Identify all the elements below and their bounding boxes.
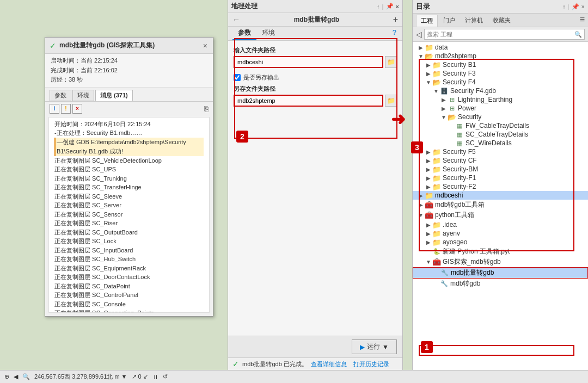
nav-left-icon[interactable]: ◀ xyxy=(14,373,18,380)
log-copy-layer-1: 正在复制图层 SC_VehicleDetectionLoop xyxy=(54,156,204,165)
log-copy-layer-5: 正在复制图层 SC_Sleeve xyxy=(54,192,204,201)
tab-favorites[interactable]: 收藏夹 xyxy=(488,15,515,27)
tree-item-gis-toolbox[interactable]: ▼ 🧰 GIS探索_mdb转gdb xyxy=(413,257,588,267)
panel-pin-icon[interactable]: 📌 xyxy=(386,3,394,10)
tree-item-security-f3[interactable]: ▶ 📁 Security F3 xyxy=(413,69,588,78)
add-icon[interactable]: + xyxy=(393,15,398,24)
tree-toggle-sbm[interactable]: ▶ xyxy=(425,166,432,172)
search-input[interactable] xyxy=(425,31,572,38)
log-copy-layer-3: 正在复制图层 SC_Trunking xyxy=(54,174,204,183)
dialog-log[interactable]: 开始时间：2024年6月10日 22:15:24 -正在处理：Security … xyxy=(48,117,210,313)
map-scale-icon[interactable]: ⊕ xyxy=(4,373,9,380)
tree-item-security-f4-gdb[interactable]: ▼ 🗄️ Security F4.gdb xyxy=(413,87,588,95)
tab-params[interactable]: 参数 xyxy=(232,27,256,40)
refresh-button[interactable]: ↺ xyxy=(163,373,168,380)
tab-messages[interactable]: 消息 (371) xyxy=(95,90,133,101)
input-folder-browse-button[interactable]: 📁 xyxy=(385,56,397,68)
tree-item-security-sub[interactable]: ▼ 📂 Security xyxy=(413,113,588,121)
tree-item-mdbceshi[interactable]: ▶ 📁 mdbceshi xyxy=(413,191,588,200)
tree-toggle-sf1[interactable]: ▶ xyxy=(425,175,432,181)
catalog-menu-icon[interactable]: ≡ xyxy=(580,15,585,27)
history-link[interactable]: 打开历史记录 xyxy=(353,360,389,368)
tree-item-idea[interactable]: ▶ 📁 .idea xyxy=(413,220,588,229)
tree-toggle-power[interactable]: ▶ xyxy=(440,106,448,112)
tab-env[interactable]: 环境 xyxy=(256,27,280,40)
panel-tabs: 参数 环境 ? xyxy=(228,27,402,41)
search-icon[interactable]: 🔍 xyxy=(572,31,584,38)
tree-toggle-ayosgeo[interactable]: ▶ xyxy=(425,239,432,245)
tree-item-mdb-batch[interactable]: 🔧 mdb批量转gdb xyxy=(413,267,588,279)
dialog-close-button[interactable]: × xyxy=(202,41,209,50)
tree-label-scf: Security CF xyxy=(443,157,477,164)
tree-item-security-f4[interactable]: ▼ 📂 Security F4 xyxy=(413,78,588,87)
save-output-checkbox[interactable] xyxy=(234,74,241,81)
tree-item-lightning[interactable]: ▶ ⊞ Lightning_Earthing xyxy=(413,95,588,104)
tree-toggle-mdb2shptemp[interactable]: ▼ xyxy=(417,53,425,59)
tree-toggle-gis[interactable]: ▼ xyxy=(425,259,432,265)
details-link[interactable]: 查看详细信息 xyxy=(311,360,347,368)
help-button[interactable]: ? xyxy=(391,27,398,40)
tree-toggle-data[interactable]: ▶ xyxy=(417,45,425,51)
tree-item-ayenv[interactable]: ▶ 📁 ayenv xyxy=(413,229,588,238)
tree-item-ayosgeo[interactable]: ▶ 📁 ayosgeo xyxy=(413,238,588,246)
tab-portal[interactable]: 门户 xyxy=(439,15,460,27)
tree-toggle-mdb2gdb[interactable]: ▶ xyxy=(417,202,425,208)
tree-item-sc-cabletray[interactable]: ▦ SC_CableTrayDetails xyxy=(413,130,588,139)
number-label-1: 1 xyxy=(421,341,433,353)
tree-toggle-security-sub[interactable]: ▼ xyxy=(440,114,448,120)
tab-project[interactable]: 工程 xyxy=(416,15,438,27)
tree-label-mdb2gdb-tools: mdb转gdb工具箱 xyxy=(435,200,485,209)
catalog-unpin-icon[interactable]: 📌 xyxy=(572,3,579,10)
tree-item-python-tools[interactable]: ▼ 🧰 python工具箱 xyxy=(413,210,588,220)
tree-item-security-f5[interactable]: ▶ 📁 Security F5 xyxy=(413,147,588,156)
tree-toggle-sf2[interactable]: ▶ xyxy=(425,184,432,190)
input-folder-field[interactable] xyxy=(234,56,383,68)
save-output-label: 是否另存输出 xyxy=(243,73,279,82)
zoom-icon[interactable]: 🔍 xyxy=(22,373,30,380)
catalog-pin-icon[interactable]: ↑ xyxy=(562,3,566,10)
catalog-back-icon[interactable]: ◁ xyxy=(416,30,422,39)
catalog-tree[interactable]: ▶ 📁 data ▼ 📂 mdb2shptemp ▶ 📁 Security B1… xyxy=(413,42,588,370)
tree-item-sc-wire[interactable]: ▦ SC_WireDetails xyxy=(413,139,588,147)
tree-item-data[interactable]: ▶ 📁 data xyxy=(413,43,588,52)
back-arrow-icon[interactable]: ← xyxy=(232,15,240,24)
tree-toggle-ayenv[interactable]: ▶ xyxy=(425,231,432,237)
tree-item-security-f2[interactable]: ▶ 📁 Security-F2 xyxy=(413,182,588,191)
tab-env[interactable]: 环境 xyxy=(72,90,94,101)
tree-toggle-mdbceshi[interactable]: ▶ xyxy=(417,193,425,199)
output-folder-field[interactable] xyxy=(234,95,383,107)
error-icon-btn[interactable]: × xyxy=(72,104,82,114)
tree-item-security-bm[interactable]: ▶ 📁 Security-BM xyxy=(413,165,588,174)
catalog-close-icon[interactable]: × xyxy=(581,3,585,10)
tree-toggle-sf4gdb[interactable]: ▼ xyxy=(432,88,440,94)
pause-button[interactable]: ⏸ xyxy=(152,374,158,380)
tree-toggle-sf5[interactable]: ▶ xyxy=(425,149,432,155)
tree-toggle-sf4[interactable]: ▼ xyxy=(425,79,432,85)
tree-toggle-python[interactable]: ▼ xyxy=(417,212,425,218)
output-folder-browse-button[interactable]: 📁 xyxy=(385,95,397,107)
tree-item-new-pyt[interactable]: 🐍 新建 Python 工具箱.pyt xyxy=(413,246,588,257)
tree-item-mdb2gdb-tool[interactable]: 🔧 mdb转gdb xyxy=(413,279,588,289)
tree-item-power[interactable]: ▶ ⊞ Power xyxy=(413,104,588,113)
tree-item-mdb2gdb-tools[interactable]: ▶ 🧰 mdb转gdb工具箱 xyxy=(413,200,588,210)
warn-icon-btn[interactable]: ! xyxy=(61,104,71,114)
tree-toggle-lightning[interactable]: ▶ xyxy=(440,97,448,103)
panel-close-icon[interactable]: × xyxy=(396,3,399,10)
copy-button[interactable]: ⎘ xyxy=(204,104,209,113)
folder-icon-ayosgeo: 📁 xyxy=(432,238,441,246)
tree-item-security-cf[interactable]: ▶ 📁 Security CF xyxy=(413,156,588,165)
tab-params[interactable]: 参数 xyxy=(50,90,71,101)
tree-item-security-f1[interactable]: ▶ 📁 Security-F1 xyxy=(413,174,588,182)
tree-toggle-scf[interactable]: ▶ xyxy=(425,158,432,164)
run-button[interactable]: ▶ 运行 ▼ xyxy=(352,339,397,354)
info-icon-btn[interactable]: i xyxy=(50,104,59,114)
tree-item-fw-cabletray[interactable]: ▦ FW_CableTrayDetails xyxy=(413,121,588,130)
tree-label-idea: .idea xyxy=(443,221,457,228)
tab-computer[interactable]: 计算机 xyxy=(461,15,487,27)
tree-toggle-idea[interactable]: ▶ xyxy=(425,222,432,228)
tree-item-mdb2shptemp[interactable]: ▼ 📂 mdb2shptemp xyxy=(413,52,588,60)
tree-toggle-sf3[interactable]: ▶ xyxy=(425,71,432,77)
tree-toggle-sb1[interactable]: ▶ xyxy=(425,62,432,68)
pin-icon[interactable]: ↑ xyxy=(377,3,380,10)
tree-item-security-b1[interactable]: ▶ 📁 Security B1 xyxy=(413,60,588,69)
